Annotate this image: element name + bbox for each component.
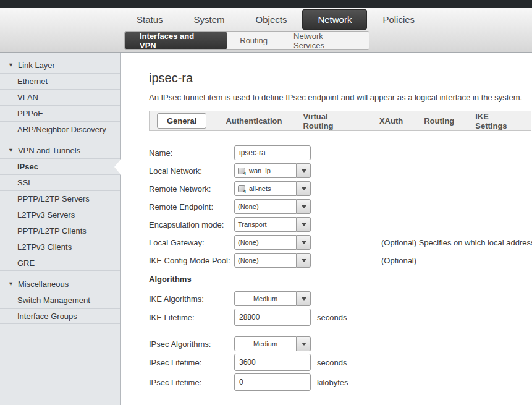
ipsec-lifetime-kilobytes-input[interactable]: [234, 373, 311, 391]
remote-endpoint-dropdown[interactable]: (None): [234, 199, 311, 214]
dropdown-button[interactable]: [297, 291, 311, 306]
local-gateway-dropdown[interactable]: (None): [234, 235, 311, 250]
dropdown-value-area: (None): [234, 253, 297, 268]
caret-down-icon: [302, 169, 306, 173]
nav-tab-policies[interactable]: Policies: [367, 9, 430, 30]
encapsulation-mode-dropdown[interactable]: Transport: [234, 217, 311, 232]
subnav-tab-routing[interactable]: Routing: [227, 36, 281, 45]
remote-network-dropdown[interactable]: all-nets: [234, 181, 311, 196]
algorithms-heading: Algorithms: [149, 275, 532, 284]
sidebar-item-interface-groups[interactable]: Interface Groups: [0, 308, 120, 324]
sidebar-item-pptp-l2tp-servers[interactable]: PPTP/L2TP Servers: [0, 190, 120, 207]
main-nav: StatusSystemObjectsNetworkPolicies: [121, 9, 532, 30]
dropdown-button[interactable]: [297, 181, 311, 196]
collapse-triangle-icon: ▼: [8, 147, 14, 153]
name-input[interactable]: [234, 145, 311, 160]
caret-down-icon: [302, 241, 306, 244]
dropdown-selected-value: (None): [238, 257, 259, 264]
sidebar-group-header-miscellaneous[interactable]: ▼Miscellaneous: [0, 276, 120, 292]
sidebar: ▼Link LayerEthernetVLANPPPoEARP/Neighbor…: [0, 53, 121, 405]
dropdown-button[interactable]: [297, 199, 311, 214]
nav-tab-status[interactable]: Status: [121, 9, 179, 30]
dropdown-value-area: Medium: [234, 291, 297, 306]
tab-routing[interactable]: Routing: [413, 116, 465, 126]
sidebar-item-pptp-l2tp-clients[interactable]: PPTP/L2TP Clients: [0, 223, 120, 239]
dropdown-selected-value: Medium: [253, 340, 277, 347]
sidebar-item-gre[interactable]: GRE: [0, 255, 120, 271]
sidebar-item-switch-management[interactable]: Switch Management: [0, 292, 120, 308]
sidebar-item-ethernet[interactable]: Ethernet: [0, 73, 120, 89]
form-row: Encapsulation mode:Transport: [149, 217, 532, 232]
sidebar-item-ssl[interactable]: SSL: [0, 174, 120, 190]
sidebar-group-label: Link Layer: [18, 61, 55, 70]
sidebar-item-pppoe[interactable]: PPPoE: [0, 105, 120, 121]
ipsec-algorithms-dropdown[interactable]: Medium: [234, 336, 311, 351]
form-row: Remote Network:all-nets: [149, 181, 532, 196]
form-row: Name:: [149, 145, 532, 160]
field-label-local-gateway: Local Gateway:: [149, 238, 234, 247]
form-row: IKE Config Mode Pool:(None)(Optional): [149, 253, 532, 268]
dropdown-button[interactable]: [297, 235, 311, 250]
form-row: Remote Endpoint:(None): [149, 199, 532, 214]
dropdown-selected-value: (None): [238, 203, 259, 210]
dropdown-value-area: Medium: [234, 336, 297, 351]
form-row: IKE Lifetime:seconds: [149, 309, 532, 326]
field-label-local-network: Local Network:: [149, 166, 234, 176]
caret-down-icon: [302, 205, 306, 208]
field-label-ike-lifetime: IKE Lifetime:: [149, 313, 234, 322]
sidebar-item-arp-neighbor-discovery[interactable]: ARP/Neighbor Discovery: [0, 121, 120, 137]
collapse-triangle-icon: ▼: [8, 62, 14, 68]
sidebar-item-l2tpv3-clients[interactable]: L2TPv3 Clients: [0, 239, 120, 255]
sidebar-item-vlan[interactable]: VLAN: [0, 89, 120, 105]
unit-label: seconds: [317, 313, 347, 322]
dropdown-button[interactable]: [297, 217, 311, 232]
tab-ike-settings[interactable]: IKE Settings: [465, 112, 531, 130]
tab-xauth[interactable]: XAuth: [369, 116, 413, 126]
window-top-bar: [0, 0, 532, 8]
nav-tab-system[interactable]: System: [179, 9, 240, 30]
sidebar-group-header-link-layer[interactable]: ▼Link Layer: [0, 57, 120, 73]
collapse-triangle-icon: ▼: [8, 281, 14, 287]
ike-config-mode-pool-dropdown[interactable]: (None): [234, 253, 311, 268]
field-label-ipsec-lifetime: IPsec Lifetime:: [149, 378, 234, 387]
sidebar-item-ipsec[interactable]: IPsec: [0, 158, 120, 174]
nav-tab-network[interactable]: Network: [302, 9, 367, 30]
subnav-tab-network-services[interactable]: Network Services: [281, 32, 369, 50]
dropdown-button[interactable]: [297, 163, 311, 178]
sub-nav: Interfaces and VPNRoutingNetwork Service…: [124, 31, 369, 50]
unit-label: seconds: [317, 358, 347, 367]
tab-general[interactable]: General: [157, 113, 206, 129]
dropdown-selected-value: (None): [238, 239, 259, 246]
settings-tabstrip: GeneralAuthenticationVirtual RoutingXAut…: [149, 111, 531, 131]
unit-label: kilobytes: [317, 378, 348, 387]
dropdown-button[interactable]: [297, 336, 311, 351]
sidebar-group-link-layer: ▼Link LayerEthernetVLANPPPoEARP/Neighbor…: [0, 57, 120, 137]
dropdown-value-area: wan_ip: [234, 163, 297, 178]
form-row: IKE Algorithms:Medium: [149, 291, 532, 306]
general-form: Name:Local Network:wan_ipRemote Network:…: [149, 145, 532, 268]
dropdown-button[interactable]: [297, 253, 311, 268]
ike-algorithms-dropdown[interactable]: Medium: [234, 291, 311, 306]
dropdown-selected-value: Medium: [253, 295, 277, 302]
dropdown-value-area: (None): [234, 199, 297, 214]
dropdown-value-area: Transport: [234, 217, 297, 232]
help-text: (Optional) Specifies on which local addr…: [381, 238, 532, 247]
sidebar-group-header-vpn-and-tunnels[interactable]: ▼VPN and Tunnels: [0, 142, 120, 158]
page-body: ▼Link LayerEthernetVLANPPPoEARP/Neighbor…: [0, 53, 532, 405]
field-label-ike-algorithms: IKE Algorithms:: [149, 294, 234, 304]
app-header: StatusSystemObjectsNetworkPolicies Inter…: [0, 8, 532, 53]
tab-virtual-routing[interactable]: Virtual Routing: [292, 112, 368, 130]
ike-lifetime-seconds-input[interactable]: [234, 309, 311, 326]
sidebar-group-miscellaneous: ▼MiscellaneousSwitch ManagementInterface…: [0, 276, 120, 324]
ip4-address-icon: [238, 185, 245, 192]
ipsec-lifetime-seconds-input[interactable]: [234, 354, 311, 371]
dropdown-value-area: all-nets: [234, 181, 297, 196]
dropdown-selected-value: all-nets: [249, 185, 271, 192]
page-description: An IPsec tunnel item is used to define I…: [149, 93, 532, 102]
subnav-tab-interfaces-and-vpn[interactable]: Interfaces and VPN: [125, 32, 227, 49]
local-network-dropdown[interactable]: wan_ip: [234, 163, 311, 178]
nav-tab-objects[interactable]: Objects: [240, 9, 303, 30]
sidebar-item-l2tpv3-servers[interactable]: L2TPv3 Servers: [0, 207, 120, 223]
field-label-encapsulation-mode: Encapsulation mode:: [149, 220, 234, 229]
tab-authentication[interactable]: Authentication: [215, 116, 292, 126]
